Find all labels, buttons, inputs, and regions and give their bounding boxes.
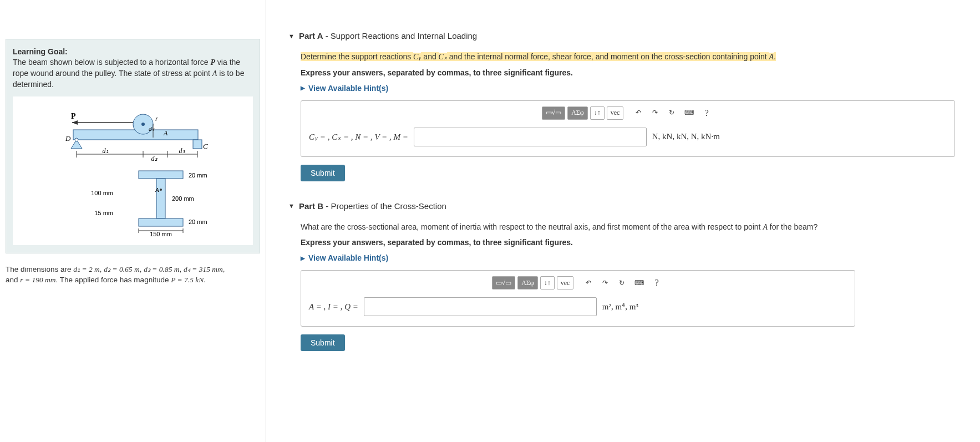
d1eq: d₁ = 2 m <box>73 265 99 273</box>
undo-icon[interactable]: ↶ <box>631 106 646 120</box>
svg-rect-18 <box>139 219 183 226</box>
dim-mid: . The applied force has magnitude <box>56 276 171 284</box>
learning-goal-box: Learning Goal: The beam shown below is s… <box>6 39 260 253</box>
subscript-button[interactable]: ↓↑ <box>590 106 605 120</box>
part-b-question: What are the cross-sectional area, momen… <box>301 222 969 233</box>
svg-point-5 <box>141 123 145 126</box>
fig-A: A <box>163 129 168 137</box>
part-a-instructions: Express your answers, separated by comma… <box>301 68 969 77</box>
beam-diagram-svg: P D C A r d₄ d₁ d₂ d₃ <box>50 99 216 243</box>
part-a-answer-input[interactable] <box>414 128 647 146</box>
d2eq: d₂ = 0.65 m <box>104 265 139 273</box>
undo-icon[interactable]: ↶ <box>581 276 596 289</box>
fig-P: P <box>71 112 76 120</box>
vec-button[interactable]: vec <box>607 106 624 120</box>
part-b-subtitle: - Properties of the Cross-Section <box>323 201 446 211</box>
fig-r: r <box>155 115 158 123</box>
caret-right-icon: ▶ <box>301 255 305 261</box>
fig-C: C <box>203 142 208 150</box>
fig-d1: d₁ <box>102 147 108 155</box>
part-b-lhs: A = , I = , Q = <box>309 302 358 312</box>
equation-toolbar-a: ▭√▭ ΑΣφ ↓↑ vec ↶ ↷ ↻ ⌨ ? <box>301 101 954 123</box>
d3eq: d₃ = 0.85 m <box>144 265 179 273</box>
right-panel: ▼ Part A - Support Reactions and Interna… <box>266 0 980 442</box>
help-icon[interactable]: ? <box>699 106 714 120</box>
fig-d2: d₂ <box>151 155 158 162</box>
fig-15: 15 mm <box>94 210 113 216</box>
part-b-body: What are the cross-sectional area, momen… <box>301 222 969 352</box>
keyboard-icon[interactable]: ⌨ <box>631 276 647 289</box>
left-panel: Learning Goal: The beam shown below is s… <box>0 0 266 442</box>
hints-label-b: View Available Hint(s) <box>308 253 388 262</box>
fig-20b: 20 mm <box>189 219 207 225</box>
svg-rect-0 <box>73 130 198 140</box>
part-a-header[interactable]: ▼ Part A - Support Reactions and Interna… <box>288 31 969 40</box>
part-a-submit-button[interactable]: Submit <box>301 165 345 181</box>
part-b-label: Part B <box>299 201 323 211</box>
part-b-answer-box: ▭√▭ ΑΣφ ↓↑ vec ↶ ↷ ↻ ⌨ ? A = , I = , Q =… <box>301 270 855 327</box>
caret-right-icon: ▶ <box>301 85 305 91</box>
svg-rect-17 <box>156 179 165 219</box>
d4eq: d₄ = 315 mm <box>184 265 223 273</box>
part-b-units: m², m⁴, m³ <box>602 302 638 312</box>
templates-button[interactable]: ▭√▭ <box>542 106 566 120</box>
part-a-label: Part A <box>299 31 323 40</box>
var-P: P <box>210 58 215 67</box>
part-a-input-row: Cᵧ = , Cₓ = , N = , V = , M = N, kN, kN,… <box>301 123 954 156</box>
dimensions-text: The dimensions are d₁ = 2 m, d₂ = 0.65 m… <box>6 265 260 286</box>
part-a-subtitle: - Support Reactions and Internal Loading <box>323 31 478 40</box>
svg-point-19 <box>160 189 162 191</box>
equation-toolbar-b: ▭√▭ ΑΣφ ↓↑ vec ↶ ↷ ↻ ⌨ ? <box>301 271 855 293</box>
dim-end: . <box>204 276 206 284</box>
part-b-input-row: A = , I = , Q = m², m⁴, m³ <box>301 293 855 326</box>
fig-20a: 20 mm <box>189 172 207 179</box>
q-A: A <box>769 53 774 61</box>
fig-150: 150 mm <box>150 231 172 237</box>
part-b-instructions: Express your answers, separated by comma… <box>301 238 969 247</box>
part-b-submit-button[interactable]: Submit <box>301 334 345 351</box>
svg-rect-3 <box>193 140 202 149</box>
greek-button[interactable]: ΑΣφ <box>567 106 588 120</box>
qb-pre: What are the cross-sectional area, momen… <box>301 222 763 231</box>
part-a-units: N, kN, kN, N, kN·m <box>652 132 720 141</box>
fig-100: 100 mm <box>91 190 113 196</box>
q-hi-pre: Determine the support reactions <box>301 52 413 61</box>
svg-marker-7 <box>72 120 78 125</box>
keyboard-icon[interactable]: ⌨ <box>681 106 697 120</box>
caret-down-icon: ▼ <box>288 33 294 39</box>
part-b-header[interactable]: ▼ Part B - Properties of the Cross-Secti… <box>288 201 969 211</box>
q-Cy: Cᵧ <box>413 53 421 61</box>
reset-icon[interactable]: ↻ <box>615 276 629 289</box>
q-Cx: Cₓ <box>439 53 447 61</box>
fig-D: D <box>65 134 71 143</box>
qb-post: for the beam? <box>768 222 817 231</box>
part-b-title: Part B - Properties of the Cross-Section <box>299 201 446 211</box>
help-icon[interactable]: ? <box>649 276 664 289</box>
part-a-answer-box: ▭√▭ ΑΣφ ↓↑ vec ↶ ↷ ↻ ⌨ ? Cᵧ = , Cₓ = , N… <box>301 100 955 157</box>
problem-figure: P D C A r d₄ d₁ d₂ d₃ <box>13 96 253 245</box>
part-a-body: Determine the support reactions Cᵧ and C… <box>301 52 969 181</box>
q-post: and the internal normal force, shear for… <box>447 52 769 61</box>
goal-text-pre: The beam shown below is subjected to a h… <box>13 58 210 67</box>
part-a-title: Part A - Support Reactions and Internal … <box>299 31 477 40</box>
part-b-answer-input[interactable] <box>364 297 597 316</box>
req: r = 190 mm <box>20 276 55 284</box>
svg-text:A: A <box>155 186 159 193</box>
reset-icon[interactable]: ↻ <box>664 106 679 120</box>
templates-button[interactable]: ▭√▭ <box>492 276 516 289</box>
q-end: . <box>774 52 776 61</box>
caret-down-icon: ▼ <box>288 202 294 209</box>
fig-d3: d₃ <box>179 147 185 155</box>
redo-icon[interactable]: ↷ <box>648 106 662 120</box>
part-a-hints-toggle[interactable]: ▶ View Available Hint(s) <box>301 84 969 93</box>
redo-icon[interactable]: ↷ <box>598 276 612 289</box>
part-b-hints-toggle[interactable]: ▶ View Available Hint(s) <box>301 253 969 262</box>
vec-button[interactable]: vec <box>557 276 574 289</box>
hints-label: View Available Hint(s) <box>308 84 388 93</box>
subscript-button[interactable]: ↓↑ <box>540 276 555 289</box>
greek-button[interactable]: ΑΣφ <box>517 276 538 289</box>
svg-rect-16 <box>139 171 183 179</box>
fig-d4: d₄ <box>149 125 155 132</box>
goal-title: Learning Goal: <box>13 47 253 56</box>
q-and: and <box>421 52 438 61</box>
